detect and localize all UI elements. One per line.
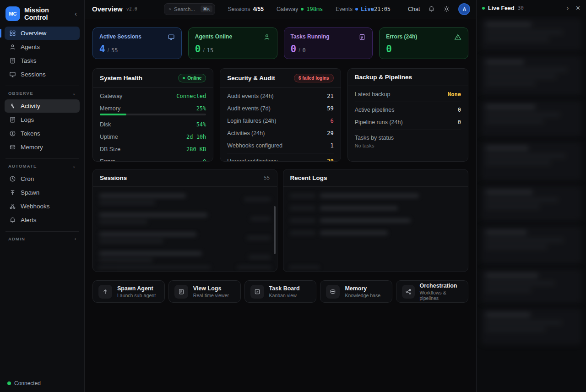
sidebar-item-logs[interactable]: Logs xyxy=(5,113,80,126)
stat-card-tasks-running[interactable]: Tasks Running 0 / 0 xyxy=(284,27,373,59)
backup-row: Latest backup None xyxy=(355,88,461,100)
live-feed-body xyxy=(477,16,586,392)
sidebar-collapse-icon[interactable]: ‹ xyxy=(73,10,79,17)
stat-value: 0 xyxy=(291,44,297,54)
arrow-up-line-icon xyxy=(9,189,16,196)
database-icon xyxy=(330,289,336,295)
sidebar-item-label: Logs xyxy=(21,116,34,123)
health-row-uptime: Uptime 2d 10h xyxy=(100,131,206,143)
session-row[interactable] xyxy=(98,247,272,266)
clock-icon xyxy=(9,175,16,182)
main-area: Overview v2.0 ⌘K Sessions 4/55 Gateway 1… xyxy=(85,0,476,392)
person-icon xyxy=(9,44,16,50)
metric-value: 4/55 xyxy=(253,6,264,12)
search-shortcut: ⌘K xyxy=(201,5,212,12)
session-row[interactable] xyxy=(98,190,272,209)
sessions-footer xyxy=(93,266,277,272)
qa-title: Spawn Agent xyxy=(117,285,156,292)
search-box[interactable]: ⌘K xyxy=(164,3,215,15)
stat-cards: Active Sessions 4 / 55 Agents Online 0 / xyxy=(92,27,468,59)
card-title: Security & Audit xyxy=(227,75,275,82)
sidebar-section-observe[interactable]: OBSERVE ⌄ xyxy=(5,90,80,99)
sidebar-item-label: Alerts xyxy=(21,217,37,223)
feed-item[interactable] xyxy=(481,269,581,304)
sidebar-item-memory[interactable]: Memory xyxy=(5,141,80,154)
sidebar-item-label: Overview xyxy=(21,30,46,37)
document-icon xyxy=(9,57,16,64)
sidebar-item-tokens[interactable]: Tokens xyxy=(5,127,80,140)
sidebar-item-activity[interactable]: Activity xyxy=(5,99,80,113)
page-title: Overview xyxy=(92,5,123,13)
feed-item[interactable] xyxy=(481,308,581,345)
log-row[interactable] xyxy=(288,214,463,227)
feed-item[interactable] xyxy=(481,55,581,96)
session-row[interactable] xyxy=(98,228,272,247)
logs-footer xyxy=(283,266,468,272)
task-board-button[interactable]: Task Board Kanban view xyxy=(244,280,317,303)
sidebar-item-sessions[interactable]: Sessions xyxy=(5,68,80,81)
coin-icon xyxy=(9,130,16,137)
sidebar-item-tasks[interactable]: Tasks xyxy=(5,54,80,67)
section-label: OBSERVE xyxy=(8,91,33,96)
qa-subtitle: Kanban view xyxy=(269,293,300,298)
sidebar-item-webhooks[interactable]: Webhooks xyxy=(5,200,80,213)
chat-button[interactable]: Chat xyxy=(399,6,420,12)
feed-item[interactable] xyxy=(481,100,581,137)
feed-item[interactable] xyxy=(481,142,581,181)
divider xyxy=(355,130,461,130)
session-row[interactable] xyxy=(98,209,272,228)
live-dot xyxy=(482,7,485,10)
recent-logs-card: Recent Logs xyxy=(283,169,468,272)
audit-row: Webhooks configured 1 xyxy=(227,139,333,152)
document-icon xyxy=(358,33,366,41)
log-row[interactable] xyxy=(288,190,463,202)
feed-item[interactable] xyxy=(481,185,581,221)
theme-toggle-button[interactable] xyxy=(443,5,450,12)
chat-icon xyxy=(399,6,405,12)
sidebar-item-cron[interactable]: Cron xyxy=(5,172,80,185)
sidebar-item-spawn[interactable]: Spawn xyxy=(5,186,80,199)
status-dot xyxy=(355,8,358,11)
share-icon xyxy=(405,289,412,295)
sidebar-item-agents[interactable]: Agents xyxy=(5,40,80,54)
status-dot xyxy=(7,381,11,385)
stat-separator: / xyxy=(203,47,204,54)
stat-total: 55 xyxy=(111,47,118,54)
feed-item[interactable] xyxy=(481,226,581,264)
chevron-right-icon[interactable]: › xyxy=(567,5,569,11)
sidebar-item-alerts[interactable]: Alerts xyxy=(5,213,80,227)
metric-events: Events Live xyxy=(336,6,374,12)
online-badge: Online xyxy=(178,74,206,82)
document-icon xyxy=(9,116,16,123)
sidebar-section-admin[interactable]: ADMIN › xyxy=(5,235,80,245)
stat-label: Agents Online xyxy=(195,33,232,40)
stat-card-active-sessions[interactable]: Active Sessions 4 / 55 xyxy=(92,27,182,59)
metric-label: Gateway xyxy=(277,6,298,12)
chevron-right-icon: › xyxy=(75,236,76,241)
pulse-icon xyxy=(9,103,16,109)
brand-name: Mission Control xyxy=(24,6,69,21)
spawn-agent-button[interactable]: Spawn Agent Launch sub-agent xyxy=(92,280,165,303)
bell-icon xyxy=(428,5,435,12)
close-icon[interactable]: ✕ xyxy=(575,5,581,11)
view-logs-button[interactable]: View Logs Real-time viewer xyxy=(168,280,241,303)
sidebar-section-automate[interactable]: AUTOMATE ⌄ xyxy=(5,163,80,172)
divider xyxy=(355,102,461,102)
log-row[interactable] xyxy=(288,227,463,239)
health-row-memory: Memory 25% xyxy=(100,102,206,113)
stat-value: 0 xyxy=(386,44,392,54)
search-input[interactable] xyxy=(174,6,198,12)
log-row[interactable] xyxy=(288,202,463,214)
notifications-button[interactable] xyxy=(428,5,435,12)
stat-card-errors[interactable]: Errors (24h) 0 xyxy=(379,27,468,59)
memory-button[interactable]: Memory Knowledge base xyxy=(320,280,392,303)
audit-row: Activities (24h) 29 xyxy=(227,127,333,139)
avatar[interactable]: A xyxy=(458,3,470,15)
scrollbar[interactable] xyxy=(274,206,276,254)
stat-card-agents-online[interactable]: Agents Online 0 / 15 xyxy=(188,27,277,59)
feed-item[interactable] xyxy=(481,18,581,51)
sun-icon xyxy=(443,5,450,12)
orchestration-button[interactable]: Orchestration Workflows & pipelines xyxy=(396,280,468,303)
sidebar-item-overview[interactable]: Overview xyxy=(5,27,80,40)
memory-progress-bar xyxy=(100,114,206,115)
